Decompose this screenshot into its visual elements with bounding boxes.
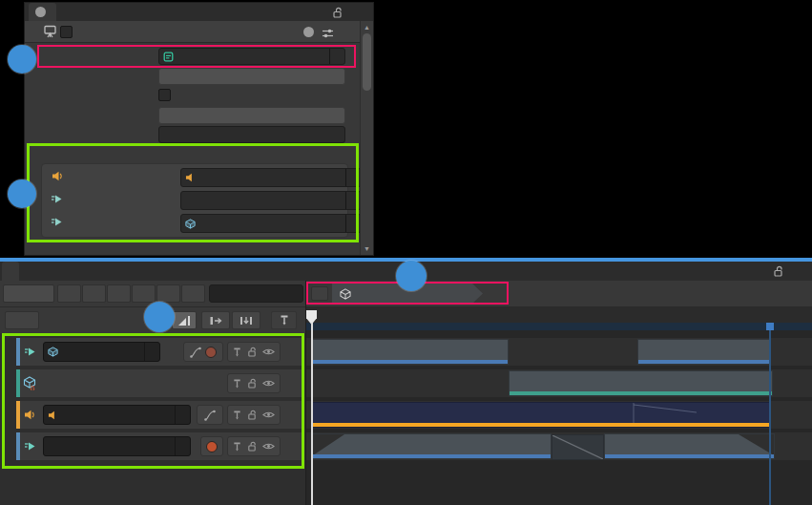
playable-object-field[interactable]: [158, 48, 345, 65]
initial-time-field[interactable]: [158, 126, 345, 143]
track-curves-group: [197, 405, 223, 425]
clip-recorded[interactable]: [312, 339, 509, 365]
ripple-mode-button[interactable]: [201, 311, 230, 329]
mix-mode-icon: [177, 315, 191, 326]
track-options-group: [227, 436, 281, 456]
scroll-up-icon[interactable]: ▲: [361, 24, 373, 31]
preview-button[interactable]: [3, 284, 54, 303]
goto-start-button[interactable]: [57, 284, 81, 303]
clip-recorded-1[interactable]: [637, 339, 770, 365]
eye-icon[interactable]: [262, 347, 275, 356]
record-button[interactable]: [206, 441, 218, 452]
track-header-storm[interactable]: {}: [16, 369, 304, 397]
component-enabled-checkbox[interactable]: [60, 26, 73, 38]
tab-timeline[interactable]: [2, 262, 19, 281]
track-header-defaultmale[interactable]: [16, 432, 304, 460]
pin-icon[interactable]: [233, 347, 241, 358]
control-track-icon: {}: [23, 376, 37, 390]
ruler-range-band: [305, 323, 812, 330]
prev-frame-button[interactable]: [82, 284, 106, 303]
timeline-asset-icon: [163, 52, 174, 62]
unlock-icon[interactable]: [773, 265, 783, 277]
playhead-line[interactable]: [311, 323, 313, 505]
presets-icon[interactable]: [322, 29, 334, 38]
binding-object-field[interactable]: [180, 191, 362, 210]
info-icon: [35, 7, 46, 17]
clip-jog[interactable]: [604, 433, 775, 459]
clip-wkjog[interactable]: [312, 433, 552, 459]
object-picker-icon[interactable]: [345, 169, 361, 186]
unlock-icon[interactable]: [247, 347, 257, 357]
object-picker-icon[interactable]: [175, 406, 190, 424]
unlock-icon[interactable]: [247, 378, 257, 389]
add-track-button[interactable]: [5, 311, 39, 329]
timeline-selector-dropdown[interactable]: [311, 286, 328, 301]
wrap-mode-dropdown[interactable]: [158, 107, 345, 124]
timeline-end-line: [769, 330, 771, 505]
object-picker-icon[interactable]: [175, 437, 190, 455]
frame-field[interactable]: [209, 284, 303, 303]
cube-icon: [340, 288, 351, 300]
pin-icon[interactable]: [233, 378, 241, 389]
pin-icon[interactable]: [233, 441, 241, 452]
track-color-strip: [16, 401, 20, 429]
marker-toggle-button[interactable]: [271, 311, 297, 329]
help-icon[interactable]: [303, 27, 314, 37]
curves-icon[interactable]: [204, 410, 216, 421]
component-header[interactable]: [25, 21, 373, 43]
mix-mode-button[interactable]: [172, 311, 197, 329]
audio-track-icon: [52, 171, 63, 181]
animation-track-icon: [24, 347, 36, 357]
goto-end-button[interactable]: [156, 284, 180, 303]
track-options-group: [227, 342, 281, 362]
unlock-icon[interactable]: [247, 410, 257, 420]
callout-b-badge: [8, 179, 36, 208]
replace-mode-button[interactable]: [232, 311, 260, 329]
track-binding-field[interactable]: [43, 342, 160, 362]
pin-icon[interactable]: [233, 410, 241, 421]
bindings-box: [41, 163, 348, 238]
object-picker-icon[interactable]: [345, 215, 361, 232]
eye-icon[interactable]: [262, 442, 275, 451]
inspector-panel: ▲ ▼: [24, 2, 374, 256]
timeline-end-marker[interactable]: [766, 323, 774, 330]
track-color-strip: [16, 369, 20, 397]
play-on-awake-checkbox[interactable]: [158, 89, 171, 101]
scroll-down-icon[interactable]: ▼: [361, 245, 373, 252]
pin-icon: [280, 314, 289, 326]
eye-icon[interactable]: [262, 410, 275, 419]
track-header-audio[interactable]: [16, 401, 304, 429]
play-button[interactable]: [107, 284, 131, 303]
object-picker-icon[interactable]: [144, 343, 159, 361]
track-binding-field[interactable]: [43, 436, 191, 456]
inspector-tabbar: [25, 3, 373, 21]
ease-in-wedge: [313, 434, 344, 455]
record-button[interactable]: [205, 347, 217, 358]
cube-icon: [48, 347, 58, 357]
unlock-icon[interactable]: [247, 441, 257, 452]
update-method-dropdown[interactable]: [158, 68, 345, 85]
scrollbar-thumb[interactable]: [363, 33, 371, 91]
inspector-scrollbar[interactable]: ▲ ▼: [360, 21, 373, 255]
track-binding-field[interactable]: [43, 405, 191, 425]
clip-theme[interactable]: [312, 402, 770, 428]
timeline-ruler[interactable]: [305, 307, 812, 330]
clip-lightrain[interactable]: [509, 370, 773, 396]
object-picker-icon[interactable]: [345, 192, 361, 209]
callout-b-badge: [144, 302, 175, 332]
tab-inspector[interactable]: [29, 3, 56, 21]
play-range-button[interactable]: [181, 284, 205, 303]
unity-editor: ▲ ▼: [0, 0, 812, 505]
next-frame-button[interactable]: [132, 284, 156, 303]
binding-object-field[interactable]: [180, 168, 362, 187]
curves-icon[interactable]: [190, 347, 201, 358]
crossfade-diagonal: [552, 435, 603, 459]
animation-track-icon: [51, 194, 63, 204]
eye-icon[interactable]: [262, 379, 275, 388]
track-header-ground[interactable]: [16, 338, 304, 366]
binding-object-field[interactable]: [180, 214, 362, 233]
unlock-icon[interactable]: [332, 7, 343, 18]
object-picker-icon[interactable]: [329, 49, 344, 64]
panel-divider[interactable]: [305, 281, 306, 505]
crossfade-region[interactable]: [552, 434, 604, 460]
